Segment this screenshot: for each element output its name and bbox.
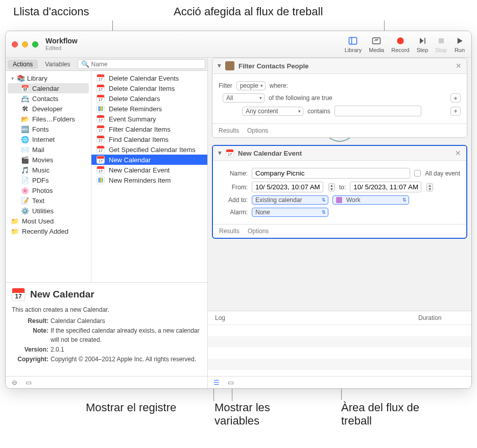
run-button[interactable]: Run (454, 36, 465, 53)
action-get-specified-calendar-items[interactable]: 17Get Specified Calendar Items (91, 144, 207, 155)
results-button[interactable]: Results (219, 228, 240, 235)
category-mail[interactable]: ✉️Mail (6, 144, 91, 155)
allday-checkbox[interactable] (414, 170, 421, 177)
desc-copyright-value: Copyright © 2004–2012 Apple Inc. All rig… (51, 355, 201, 364)
desc-result-label: Result: (12, 316, 49, 326)
action-event-summary[interactable]: 17Event Summary (91, 114, 207, 124)
action-new-calendar-event[interactable]: ▶ 17 New Calendar Event ✕ Name: All day … (212, 145, 467, 239)
category-recently-added[interactable]: 📁 Recently Added (6, 226, 91, 236)
action-filter-contacts[interactable]: ▶ Filter Contacts People ✕ Filter people… (212, 58, 467, 138)
category-label: Contacts (32, 95, 58, 103)
description-title-text: New Calendar (30, 289, 94, 300)
category-icon: 🎬 (21, 156, 29, 164)
add-condition-button[interactable]: + (450, 107, 461, 116)
options-button[interactable]: Options (248, 228, 269, 235)
media-button[interactable]: Media (369, 36, 384, 53)
record-icon (395, 36, 406, 46)
from-stepper[interactable]: ▲▼ (328, 183, 335, 191)
calendar-icon: 17 (97, 166, 105, 174)
to-date-input[interactable] (350, 182, 421, 192)
callout-workflow-area: Àrea del flux de treball (341, 401, 428, 428)
alarm-select[interactable]: None⇅ (252, 208, 328, 217)
category-icon: 🛠 (21, 105, 29, 113)
show-variables-button[interactable]: ▭ (226, 378, 235, 387)
disclosure-icon[interactable]: ▶ (218, 152, 223, 155)
action-delete-calendar-events[interactable]: 17Delete Calendar Events (91, 73, 207, 83)
reminders-icon (97, 105, 105, 113)
all-value: All (226, 94, 233, 102)
action-label: Delete Calendars (109, 95, 160, 103)
event-name-input[interactable] (252, 168, 410, 179)
add-rule-button[interactable]: + (450, 93, 461, 103)
category-label: Recently Added (22, 228, 68, 235)
filter-select[interactable]: people▾ (236, 81, 266, 90)
allday-label: All day event (425, 170, 460, 177)
category-movies[interactable]: 🎬Movies (6, 155, 91, 165)
left-bottom-bar: ⊖ ▭ (6, 376, 207, 388)
category-music[interactable]: 🎵Music (6, 165, 91, 175)
category-fonts[interactable]: 🔤Fonts (6, 124, 91, 134)
alarm-label: Alarm: (219, 209, 248, 216)
category-calendar[interactable]: 📅Calendar (8, 83, 89, 93)
library-toggle-button[interactable]: Library (345, 36, 362, 53)
minimize-window-button[interactable] (22, 41, 28, 47)
category-developer[interactable]: 🛠Developer (6, 104, 91, 114)
action-filter-calendar-items[interactable]: 17Filter Calendar Items (91, 124, 207, 134)
action-new-reminders-item[interactable]: New Reminders Item (91, 175, 207, 185)
window-title: Workflow (45, 37, 78, 45)
calendar-select[interactable]: Work⇅ (332, 195, 409, 205)
field-select[interactable]: Any content▾ (242, 107, 303, 116)
tab-actions[interactable]: Actions (8, 60, 38, 69)
category-photos[interactable]: 🌸Photos (6, 185, 91, 195)
options-button[interactable]: Options (247, 127, 268, 134)
category-pdfs[interactable]: 📄PDFs (6, 175, 91, 185)
desc-copyright-label: Copyright: (12, 355, 49, 364)
category-filesfolders[interactable]: 📂Files…Folders (6, 114, 91, 124)
results-button[interactable]: Results (219, 127, 239, 134)
action-label: Filter Calendar Items (109, 126, 171, 133)
record-button[interactable]: Record (391, 36, 409, 53)
to-stepper[interactable]: ▲▼ (426, 183, 433, 191)
toolbar-label: Library (345, 47, 362, 53)
tab-variables[interactable]: Variables (40, 60, 75, 69)
category-icon: 📇 (21, 94, 29, 103)
category-icon: ✉️ (21, 145, 29, 154)
category-contacts[interactable]: 📇Contacts (6, 93, 91, 104)
svg-point-3 (397, 37, 403, 44)
addto-select[interactable]: Existing calendar⇅ (252, 195, 328, 205)
close-icon[interactable]: ✕ (456, 62, 462, 70)
category-text[interactable]: 📝Text (6, 195, 91, 206)
action-delete-calendars[interactable]: 17Delete Calendars (91, 93, 207, 104)
workflow-area[interactable]: ▶ Filter Contacts People ✕ Filter people… (208, 58, 471, 311)
show-log-button[interactable]: ☰ (212, 378, 221, 387)
overflow-icon[interactable]: ⊖ (10, 378, 19, 387)
folder-icon: 📁 (11, 217, 19, 225)
library-header[interactable]: ▾ 📚 Library (6, 73, 91, 83)
layout-icon[interactable]: ▭ (24, 378, 33, 387)
addto-value: Existing calendar (255, 196, 302, 204)
action-delete-reminders[interactable]: Delete Reminders (91, 104, 207, 114)
callout-line (232, 388, 232, 401)
close-window-button[interactable] (12, 41, 18, 47)
close-icon[interactable]: ✕ (455, 149, 461, 157)
search-input[interactable] (91, 61, 202, 68)
zoom-window-button[interactable] (32, 41, 38, 47)
action-new-calendar-event[interactable]: 17New Calendar Event (91, 165, 207, 175)
contains-input[interactable] (335, 106, 421, 116)
alarm-value: None (255, 209, 270, 216)
category-column: ▾ 📚 Library 📅Calendar📇Contacts🛠Developer… (6, 71, 91, 282)
from-date-input[interactable] (252, 182, 323, 192)
search-field[interactable]: 🔍 (78, 59, 206, 69)
category-internet[interactable]: 🌐Internet (6, 134, 91, 144)
category-utilities[interactable]: ⚙️Utilities (6, 206, 91, 216)
category-label: Files…Folders (32, 115, 75, 123)
all-select[interactable]: All▾ (223, 93, 265, 103)
step-button[interactable]: Step (417, 36, 428, 53)
action-delete-calendar-items[interactable]: 17Delete Calendar Items (91, 83, 207, 93)
action-find-calendar-items[interactable]: 17Find Calendar Items (91, 134, 207, 144)
run-icon (454, 36, 465, 46)
category-most-used[interactable]: 📁 Most Used (6, 216, 91, 226)
disclosure-icon[interactable]: ▶ (217, 64, 222, 68)
action-new-calendar[interactable]: 17New Calendar (91, 155, 207, 165)
action-label: Delete Calendar Events (109, 74, 179, 82)
